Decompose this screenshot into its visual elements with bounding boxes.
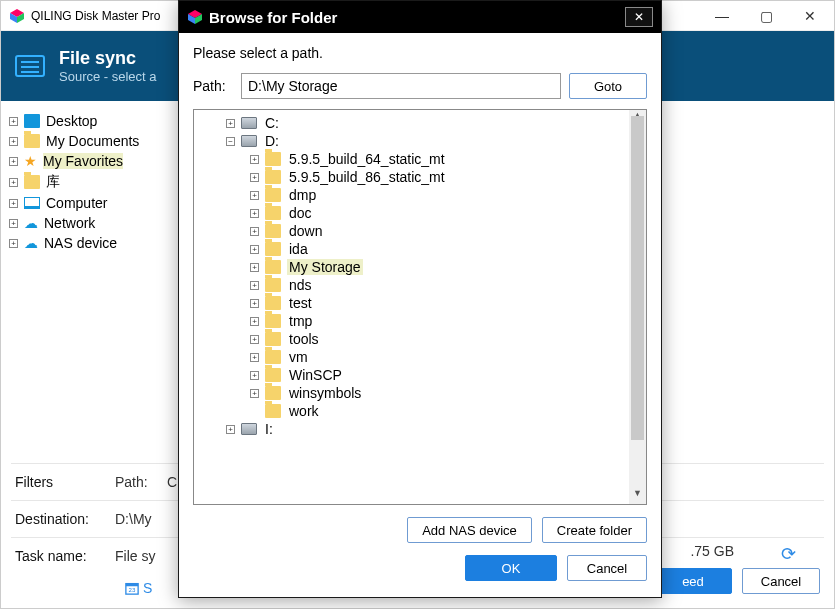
expand-icon[interactable]: +	[9, 239, 18, 248]
size-text: .75 GB	[690, 543, 734, 559]
dialog-close-button[interactable]: ✕	[625, 7, 653, 27]
tree-row-drive-d[interactable]: −D:	[202, 132, 646, 150]
folder-icon	[265, 314, 281, 328]
tree-row-folder[interactable]: +test	[202, 294, 646, 312]
create-folder-button[interactable]: Create folder	[542, 517, 647, 543]
ok-button[interactable]: OK	[465, 555, 557, 581]
tree-row-folder[interactable]: work	[202, 402, 646, 420]
expand-icon[interactable]: +	[250, 227, 259, 236]
dialog-action-row-2: OK Cancel	[193, 555, 647, 581]
browse-dest-icon[interactable]: ⟳	[781, 543, 796, 565]
expand-icon[interactable]: +	[9, 137, 18, 146]
folder-tree[interactable]: +C:−D:+5.9.5_build_64_static_mt+5.9.5_bu…	[202, 114, 646, 438]
tree-label: 库	[46, 173, 60, 191]
path-label: Path:	[193, 78, 233, 94]
tree-row-folder[interactable]: +tools	[202, 330, 646, 348]
tree-row-folder[interactable]: +dmp	[202, 186, 646, 204]
svg-text:23: 23	[129, 586, 136, 593]
tree-scrollbar[interactable]: ▲ ▼	[629, 110, 646, 504]
task-title: File sync	[59, 48, 157, 69]
close-button[interactable]: ✕	[800, 8, 820, 24]
expand-icon[interactable]: +	[9, 219, 18, 228]
proceed-button[interactable]: eed	[654, 568, 732, 594]
tree-label: Computer	[46, 195, 107, 211]
tree-row-drive-i[interactable]: +I:	[202, 420, 646, 438]
path-row: Path: Goto	[193, 73, 647, 99]
expand-icon[interactable]: +	[250, 371, 259, 380]
scroll-down-icon[interactable]: ▼	[629, 488, 646, 504]
dialog-instruction: Please select a path.	[193, 45, 647, 61]
task-subtitle: Source - select a	[59, 69, 157, 84]
expand-icon[interactable]: +	[226, 119, 235, 128]
dialog-titlebar: Browse for Folder ✕	[179, 1, 661, 33]
folder-icon	[265, 386, 281, 400]
tree-row-folder[interactable]: +down	[202, 222, 646, 240]
folder-icon	[265, 224, 281, 238]
expand-icon[interactable]: +	[250, 245, 259, 254]
tree-row-drive-c[interactable]: +C:	[202, 114, 646, 132]
path-input[interactable]	[241, 73, 561, 99]
main-button-bar: eed Cancel	[654, 568, 820, 594]
expand-icon[interactable]: +	[250, 353, 259, 362]
folder-icon	[265, 350, 281, 364]
taskname-value: File sy	[115, 548, 155, 564]
tree-row-folder[interactable]: +doc	[202, 204, 646, 222]
expand-icon[interactable]: +	[250, 281, 259, 290]
tree-row-folder[interactable]: +WinSCP	[202, 366, 646, 384]
drive-icon	[241, 423, 257, 435]
app-logo-icon	[9, 8, 25, 24]
expand-icon[interactable]: +	[250, 191, 259, 200]
add-nas-button[interactable]: Add NAS device	[407, 517, 532, 543]
expand-icon[interactable]: +	[226, 425, 235, 434]
maximize-button[interactable]: ▢	[756, 8, 776, 24]
expand-icon[interactable]: +	[250, 209, 259, 218]
tree-row-folder[interactable]: +tmp	[202, 312, 646, 330]
expand-icon[interactable]: +	[9, 178, 18, 187]
folder-icon	[265, 332, 281, 346]
expand-spacer	[250, 407, 259, 416]
drive-icon	[241, 135, 257, 147]
tree-row-folder[interactable]: +My Storage	[202, 258, 646, 276]
window-controls: — ▢ ✕	[712, 8, 826, 24]
tree-label: doc	[287, 205, 314, 221]
expand-icon[interactable]: +	[250, 299, 259, 308]
star-icon: ★	[24, 154, 37, 168]
goto-button[interactable]: Goto	[569, 73, 647, 99]
expand-icon[interactable]: +	[9, 157, 18, 166]
tree-row-folder[interactable]: +winsymbols	[202, 384, 646, 402]
calendar-icon: 23	[125, 581, 139, 595]
tree-row-folder[interactable]: +ida	[202, 240, 646, 258]
expand-icon[interactable]: +	[250, 263, 259, 272]
taskname-label: Task name:	[15, 548, 115, 564]
tree-row-folder[interactable]: +5.9.5_build_86_static_mt	[202, 168, 646, 186]
tree-label: ida	[287, 241, 310, 257]
tree-row-folder[interactable]: +5.9.5_build_64_static_mt	[202, 150, 646, 168]
scroll-thumb[interactable]	[631, 116, 644, 440]
tree-label: I:	[263, 421, 275, 437]
expand-icon[interactable]: +	[250, 389, 259, 398]
expand-icon[interactable]: −	[226, 137, 235, 146]
expand-icon[interactable]: +	[250, 317, 259, 326]
app-title: QILING Disk Master Pro	[31, 9, 160, 23]
folder-icon	[24, 175, 40, 189]
expand-icon[interactable]: +	[9, 199, 18, 208]
tree-row-folder[interactable]: +nds	[202, 276, 646, 294]
cancel-button[interactable]: Cancel	[742, 568, 820, 594]
tree-label: D:	[263, 133, 281, 149]
expand-icon[interactable]: +	[250, 155, 259, 164]
expand-icon[interactable]: +	[250, 335, 259, 344]
expand-icon[interactable]: +	[9, 117, 18, 126]
expand-icon[interactable]: +	[250, 173, 259, 182]
tree-label: 5.9.5_build_86_static_mt	[287, 169, 447, 185]
tree-label: tools	[287, 331, 321, 347]
tree-label: test	[287, 295, 314, 311]
folder-icon	[265, 296, 281, 310]
minimize-button[interactable]: —	[712, 8, 732, 24]
dialog-cancel-button[interactable]: Cancel	[567, 555, 647, 581]
network-icon: ☁	[24, 215, 38, 231]
desktop-icon	[24, 114, 40, 128]
tree-row-folder[interactable]: +vm	[202, 348, 646, 366]
tree-label: vm	[287, 349, 310, 365]
file-sync-icon	[15, 55, 45, 77]
browse-folder-dialog: Browse for Folder ✕ Please select a path…	[178, 0, 662, 598]
